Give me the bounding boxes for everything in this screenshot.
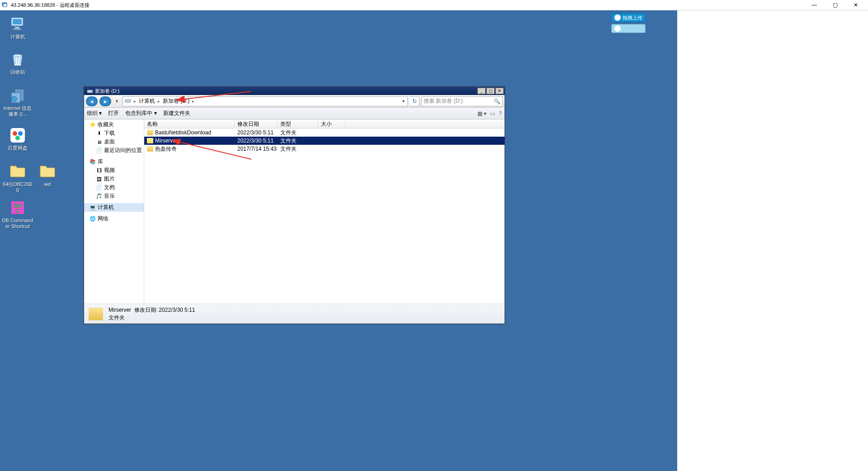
rdp-titlebar: 43.248.96.36:18828 - 远程桌面连接 — ▢ ✕ — [0, 0, 868, 10]
minimize-button[interactable]: — — [804, 0, 825, 10]
tree-recent[interactable]: 📄最近访问的位置 — [84, 146, 144, 155]
detail-type: 文件夹 — [108, 314, 195, 322]
col-size[interactable]: 大小 — [318, 119, 345, 128]
file-list: 名称 修改日期 类型 大小 BaiduNetdiskDownload 2022/… — [144, 119, 505, 304]
view-button[interactable]: ▦ ▾ — [477, 110, 486, 117]
search-box[interactable]: 搜索 新加卷 (D:) 🔍 — [421, 96, 503, 106]
cloud-icon — [9, 126, 27, 144]
nav-tree: ⭐收藏夹 ⬇下载 🖥桌面 📄最近访问的位置 📚库 🎞视频 🖼图片 📄文档 🎵音乐… — [84, 119, 144, 304]
svg-point-9 — [11, 96, 17, 102]
desktop-icon-dbc2000[interactable]: 64位DBC2000 — [2, 162, 33, 193]
recent-icon: 📄 — [96, 147, 102, 154]
svg-point-13 — [15, 136, 20, 140]
doc-icon: 📄 — [96, 185, 102, 191]
folder-icon — [147, 130, 153, 135]
rdp-icon — [2, 2, 8, 8]
bin-icon — [9, 50, 27, 68]
label: 64位DBC2000 — [2, 181, 33, 193]
explorer-window: 新加卷 (D:) _ ▢ ✕ ▼ ▸ 计算机 ▸ 新加卷 (D:) ▸ — [84, 86, 505, 324]
svg-point-6 — [13, 54, 22, 57]
tree-library[interactable]: 📚库 — [84, 157, 144, 166]
col-name[interactable]: 名称 — [144, 119, 235, 128]
network-icon: 🌐 — [90, 216, 96, 222]
newfolder-button[interactable]: 新建文件夹 — [163, 109, 190, 117]
include-button[interactable]: 包含到库中 ▾ — [125, 109, 156, 117]
addr-dropdown[interactable]: ▼ — [401, 99, 406, 104]
float-upload-button[interactable]: 拖拽上传 — [611, 13, 646, 22]
ex-close-button[interactable]: ✕ — [495, 88, 504, 94]
tree-pictures[interactable]: 🖼图片 — [84, 175, 144, 183]
address-bar[interactable]: ▸ 计算机 ▸ 新加卷 (D:) ▸ ▼ — [123, 96, 408, 106]
tree-downloads[interactable]: ⬇下载 — [84, 129, 144, 138]
folder-icon — [89, 308, 103, 320]
label: 回收站 — [2, 69, 33, 75]
chevron-icon: ▸ — [192, 99, 194, 104]
ex-maximize-button[interactable]: ▢ — [486, 88, 495, 94]
picture-icon: 🖼 — [96, 176, 102, 182]
tree-favorites[interactable]: ⭐收藏夹 — [84, 120, 144, 129]
label: 计算机 — [2, 34, 33, 40]
close-button[interactable]: ✕ — [845, 0, 866, 10]
desktop-icon-dbcommander[interactable]: DBC DB Commander Shortcut — [2, 199, 33, 229]
chevron-icon: ▸ — [158, 99, 160, 104]
details-pane: Mirserver 修改日期: 2022/3/30 5:11 文件夹 — [84, 304, 505, 324]
label: DB Commander Shortcut — [2, 218, 33, 229]
folder-icon — [9, 162, 27, 181]
help-button[interactable]: ? — [499, 110, 502, 117]
tree-network[interactable]: 🌐网络 — [84, 214, 144, 223]
desktop-icon: 🖥 — [96, 139, 102, 145]
col-date[interactable]: 修改日期 — [235, 119, 278, 128]
search-placeholder: 搜索 新加卷 (D:) — [424, 97, 463, 105]
maximize-button[interactable]: ▢ — [825, 0, 845, 10]
window-title: 新加卷 (D:) — [95, 88, 476, 95]
back-button[interactable] — [86, 96, 98, 106]
folder-icon — [38, 162, 57, 181]
folder-icon — [147, 138, 153, 143]
search-icon: 🔍 — [494, 98, 500, 105]
db-icon: DBC — [9, 199, 27, 217]
crumb-computer[interactable]: 计算机 — [139, 97, 155, 105]
tree-music[interactable]: 🎵音乐 — [84, 192, 144, 200]
svg-rect-3 — [13, 19, 22, 24]
history-dropdown[interactable]: ▼ — [113, 99, 121, 104]
desktop-icon-iis[interactable]: Internet 信息服务 (I... — [2, 86, 33, 117]
tree-documents[interactable]: 📄文档 — [84, 183, 144, 192]
desktop-icon-recyclebin[interactable]: 回收站 — [2, 50, 33, 75]
desktop-icon-wd[interactable]: wd — [32, 162, 63, 187]
svg-rect-10 — [10, 128, 25, 143]
file-row[interactable]: 热血传奇 2017/7/14 15:43 文件夹 — [144, 145, 505, 153]
explorer-titlebar[interactable]: 新加卷 (D:) _ ▢ ✕ — [84, 87, 505, 95]
forward-button[interactable] — [99, 96, 111, 106]
desktop-icon-baidu[interactable]: 百度网盘 — [2, 126, 33, 151]
folder-icon — [147, 146, 153, 152]
pc-icon — [9, 15, 27, 33]
preview-button[interactable]: ▭ — [490, 110, 495, 117]
ex-minimize-button[interactable]: _ — [477, 88, 486, 94]
organize-button[interactable]: 组织 ▾ — [87, 109, 102, 117]
svg-rect-1 — [3, 4, 7, 7]
tree-videos[interactable]: 🎞视频 — [84, 166, 144, 175]
music-icon: 🎵 — [96, 193, 102, 200]
file-row[interactable]: BaiduNetdiskDownload 2022/3/30 5:11 文件夹 — [144, 128, 505, 137]
star-icon: ⭐ — [90, 122, 96, 128]
svg-point-11 — [13, 131, 17, 136]
download-icon: ⬇ — [96, 130, 102, 137]
refresh-button[interactable]: ↻ — [410, 96, 420, 106]
library-icon: 📚 — [90, 159, 96, 165]
svg-rect-5 — [13, 29, 21, 30]
col-type[interactable]: 类型 — [278, 119, 318, 128]
file-row[interactable]: Mirserver 2022/3/30 5:11 文件夹 — [144, 137, 505, 145]
tree-computer[interactable]: 💻计算机 — [84, 203, 144, 212]
svg-point-18 — [91, 91, 92, 92]
tree-desktop[interactable]: 🖥桌面 — [84, 138, 144, 146]
desktop-icon-computer[interactable]: 计算机 — [2, 15, 33, 40]
crumb-drive[interactable]: 新加卷 (D:) — [163, 97, 189, 105]
detail-name: Mirserver — [108, 307, 131, 313]
drive-icon — [87, 88, 93, 94]
explorer-toolbar: 组织 ▾ 打开 包含到库中 ▾ 新建文件夹 ▦ ▾ ▭ ? — [84, 108, 505, 119]
arrow-left-icon — [90, 98, 94, 105]
drive-icon — [125, 97, 131, 105]
open-button[interactable]: 打开 — [108, 109, 119, 117]
float-button-2[interactable] — [611, 24, 646, 33]
cloud-icon — [614, 25, 621, 32]
